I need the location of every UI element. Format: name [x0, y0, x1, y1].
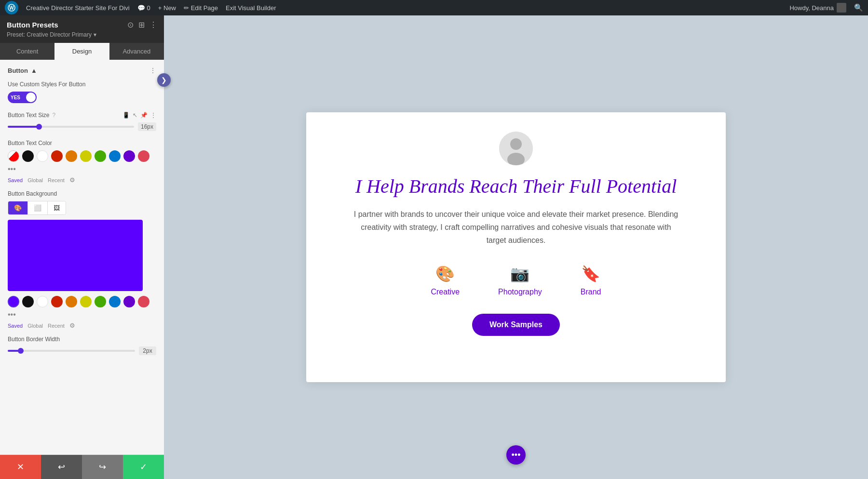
wp-admin-bar: W Creative Director Starter Site For Div… — [0, 0, 868, 15]
mobile-icon[interactable]: 📱 — [122, 112, 130, 119]
tab-content[interactable]: Content — [0, 43, 54, 60]
text-color-row: ••• — [8, 150, 156, 173]
border-label: Button Border Width — [8, 336, 156, 343]
bg-color-meta: Saved Global Recent ⚙ — [8, 322, 156, 329]
bg-solid-button[interactable]: 🎨 — [8, 201, 28, 214]
color-swatch-orange[interactable] — [66, 150, 77, 162]
color-swatch-green[interactable] — [95, 150, 106, 162]
bg-swatch-yellow[interactable] — [80, 296, 92, 307]
bg-color-settings-icon[interactable]: ⚙ — [69, 322, 75, 329]
bg-swatch-white[interactable] — [37, 296, 48, 307]
saved-label[interactable]: Saved — [8, 177, 23, 183]
bg-swatch-purple2[interactable] — [123, 296, 135, 307]
bg-color-more-dots[interactable]: ••• — [8, 310, 16, 319]
text-size-value[interactable]: 16px — [138, 122, 156, 131]
exit-builder-button[interactable]: Exit Visual Builder — [226, 4, 276, 12]
color-settings-icon[interactable]: ⚙ — [69, 176, 75, 184]
color-swatch-pink[interactable] — [138, 150, 149, 162]
button-background-section: Button Background 🎨 ⬜ 🖼 — [8, 190, 156, 329]
border-value[interactable]: 2px — [139, 346, 156, 355]
comment-icon: 💬 — [137, 4, 145, 12]
panel-header-icons: ⊙ ⊞ ⋮ — [127, 20, 157, 29]
service-creative: 🎨 Creative — [431, 265, 460, 296]
border-slider-track: 2px — [8, 346, 156, 355]
panel-collapse-button[interactable]: ❯ — [157, 73, 171, 87]
custom-styles-toggle[interactable]: YES — [8, 92, 37, 103]
help-icon[interactable]: ? — [53, 112, 56, 119]
service-photography: 📷 Photography — [498, 265, 542, 296]
bg-global-label[interactable]: Global — [27, 323, 43, 329]
work-samples-button[interactable]: Work Samples — [472, 314, 560, 336]
button-text-color-section: Button Text Color ••• Saved Globa — [8, 140, 156, 184]
panel-title: Button Presets — [7, 21, 58, 29]
wp-logo-icon[interactable]: W — [5, 1, 18, 14]
svg-text:W: W — [9, 5, 14, 11]
bg-color-row: ••• — [8, 296, 156, 319]
bg-color-swatch[interactable] — [8, 220, 143, 291]
photography-label: Photography — [498, 288, 542, 296]
photography-icon: 📷 — [510, 265, 529, 283]
panel-content: Button ▲ ⋮ Use Custom Styles For Button … — [0, 60, 164, 454]
bg-swatch-purple[interactable] — [8, 296, 19, 307]
color-more-dots[interactable]: ••• — [8, 165, 16, 173]
save-button[interactable]: ✓ — [123, 455, 164, 479]
svg-point-3 — [510, 138, 522, 150]
section-collapse-icon[interactable]: ▲ — [31, 67, 37, 74]
text-size-label: Button Text Size ? 📱 ↖ 📌 ⋮ — [8, 112, 156, 119]
panel-settings-icon[interactable]: ⊙ — [127, 20, 134, 29]
color-swatch-purple[interactable] — [123, 150, 135, 162]
pin-icon[interactable]: 📌 — [140, 112, 148, 119]
float-dots-button[interactable]: ••• — [506, 445, 526, 465]
text-size-slider-track: 16px — [8, 122, 156, 131]
bg-type-selector: 🎨 ⬜ 🖼 — [8, 201, 66, 215]
bg-gradient-icon: ⬜ — [34, 204, 41, 212]
section-header-button: Button ▲ ⋮ — [8, 67, 156, 74]
bg-swatch-black[interactable] — [22, 296, 34, 307]
bg-saved-label[interactable]: Saved — [8, 323, 23, 329]
border-slider[interactable] — [8, 350, 135, 352]
bottom-toolbar: ✕ ↩ ↪ ✓ — [0, 454, 164, 479]
text-size-slider[interactable] — [8, 126, 134, 128]
site-name[interactable]: Creative Director Starter Site For Divi — [26, 4, 130, 12]
panel-layout-icon[interactable]: ⊞ — [138, 20, 145, 29]
site-card: I Help Brands Reach Their Full Potential… — [306, 112, 726, 382]
global-label[interactable]: Global — [27, 177, 43, 183]
dots-icon[interactable]: ⋮ — [150, 112, 156, 119]
cursor-icon[interactable]: ↖ — [133, 112, 137, 119]
color-swatch-black[interactable] — [22, 150, 34, 162]
tab-advanced[interactable]: Advanced — [109, 43, 164, 60]
bg-swatch-pink[interactable] — [138, 296, 149, 307]
section-more-icon[interactable]: ⋮ — [149, 67, 156, 74]
cancel-button[interactable]: ✕ — [0, 455, 41, 479]
text-color-label: Button Text Color — [8, 140, 156, 146]
color-swatch-transparent[interactable] — [8, 150, 19, 162]
bg-image-button[interactable]: 🖼 — [48, 201, 66, 214]
bg-swatch-blue[interactable] — [109, 296, 121, 307]
canvas-area: I Help Brands Reach Their Full Potential… — [164, 15, 868, 479]
redo-button[interactable]: ↪ — [82, 455, 123, 479]
bg-gradient-button[interactable]: ⬜ — [28, 201, 48, 214]
creative-label: Creative — [431, 288, 460, 296]
panel-more-icon[interactable]: ⋮ — [149, 20, 157, 29]
bg-swatch-red[interactable] — [51, 296, 63, 307]
brand-icon: 🔖 — [581, 265, 600, 283]
color-swatch-yellow[interactable] — [80, 150, 92, 162]
search-icon[interactable]: 🔍 — [854, 3, 863, 12]
undo-button[interactable]: ↩ — [41, 455, 82, 479]
bg-image-icon: 🖼 — [54, 204, 60, 212]
preset-label[interactable]: Preset: Creative Director Primary ▾ — [7, 31, 157, 38]
color-swatch-red[interactable] — [51, 150, 63, 162]
color-swatch-blue[interactable] — [109, 150, 121, 162]
comment-count[interactable]: 💬 0 — [137, 4, 150, 12]
button-border-width-row: Button Border Width 2px — [8, 336, 156, 355]
new-button[interactable]: + New — [158, 4, 176, 12]
bg-swatch-orange[interactable] — [66, 296, 77, 307]
color-swatch-white[interactable] — [37, 150, 48, 162]
tab-design[interactable]: Design — [54, 43, 109, 60]
bg-recent-label[interactable]: Recent — [48, 323, 65, 329]
recent-label[interactable]: Recent — [48, 177, 65, 183]
bg-swatch-green[interactable] — [95, 296, 106, 307]
section-icons: ⋮ — [149, 67, 156, 74]
edit-page-button[interactable]: ✏ Edit Page — [184, 4, 218, 12]
preset-chevron-icon: ▾ — [94, 31, 96, 38]
